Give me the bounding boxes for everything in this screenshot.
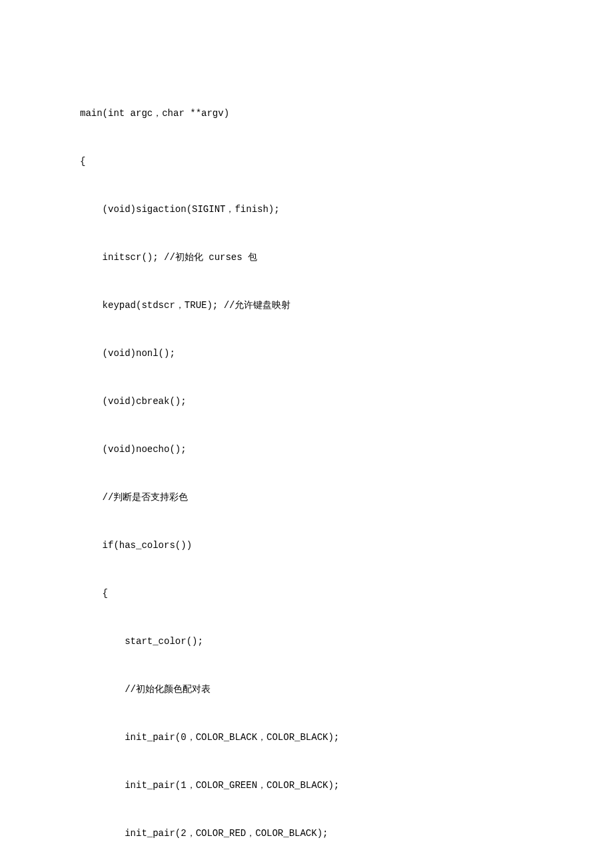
code-line: init_pair(0，COLOR_BLACK，COLOR_BLACK); — [80, 729, 533, 745]
code-line: (void)noecho(); — [80, 441, 533, 457]
code-line: if(has_colors()) — [80, 537, 533, 553]
code-line: main(int argc，char **argv) — [80, 105, 533, 121]
code-line: start_color(); — [80, 633, 533, 649]
code-line: init_pair(1，COLOR_GREEN，COLOR_BLACK); — [80, 777, 533, 793]
document-page: main(int argc，char **argv) { (void)sigac… — [0, 0, 613, 868]
code-line: initscr(); //初始化 curses 包 — [80, 249, 533, 265]
code-listing: main(int argc，char **argv) { (void)sigac… — [80, 73, 533, 868]
code-line: keypad(stdscr，TRUE); //允许键盘映射 — [80, 297, 533, 313]
code-line: (void)nonl(); — [80, 345, 533, 361]
code-line: init_pair(2，COLOR_RED，COLOR_BLACK); — [80, 825, 533, 841]
code-line: { — [80, 153, 533, 169]
code-line: { — [80, 585, 533, 601]
code-line: (void)sigaction(SIGINT，finish); — [80, 201, 533, 217]
code-line: //初始化颜色配对表 — [80, 681, 533, 697]
code-line: //判断是否支持彩色 — [80, 489, 533, 505]
code-line: (void)cbreak(); — [80, 393, 533, 409]
